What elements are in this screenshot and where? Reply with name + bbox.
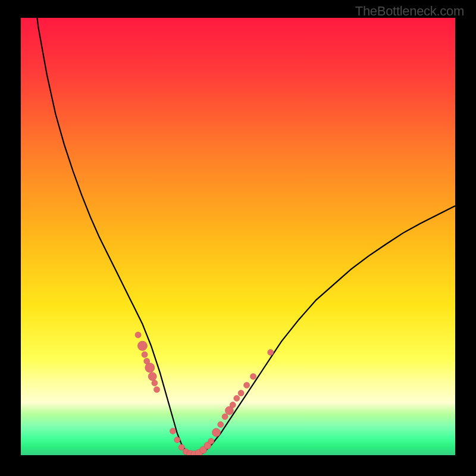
marker-point (170, 428, 176, 434)
chart-frame: TheBottleneck.com (0, 0, 476, 476)
marker-point (142, 352, 148, 358)
watermark-text: TheBottleneck.com (355, 4, 464, 19)
marker-point (145, 363, 155, 372)
gradient-background (21, 18, 455, 455)
marker-point (174, 437, 180, 443)
marker-point (212, 428, 221, 437)
plot-area (21, 18, 455, 455)
marker-point (148, 372, 156, 381)
marker-point (135, 332, 141, 338)
marker-point (222, 414, 228, 419)
marker-point (238, 390, 244, 396)
marker-point (154, 387, 159, 393)
marker-point (268, 349, 274, 355)
marker-point (244, 382, 250, 388)
marker-point (218, 422, 224, 428)
marker-point (137, 341, 147, 350)
marker-point (152, 380, 158, 386)
marker-point (178, 444, 184, 450)
marker-point (250, 374, 256, 380)
chart-svg (21, 18, 455, 455)
marker-point (208, 438, 214, 444)
marker-point (230, 402, 236, 408)
marker-point (234, 395, 240, 401)
